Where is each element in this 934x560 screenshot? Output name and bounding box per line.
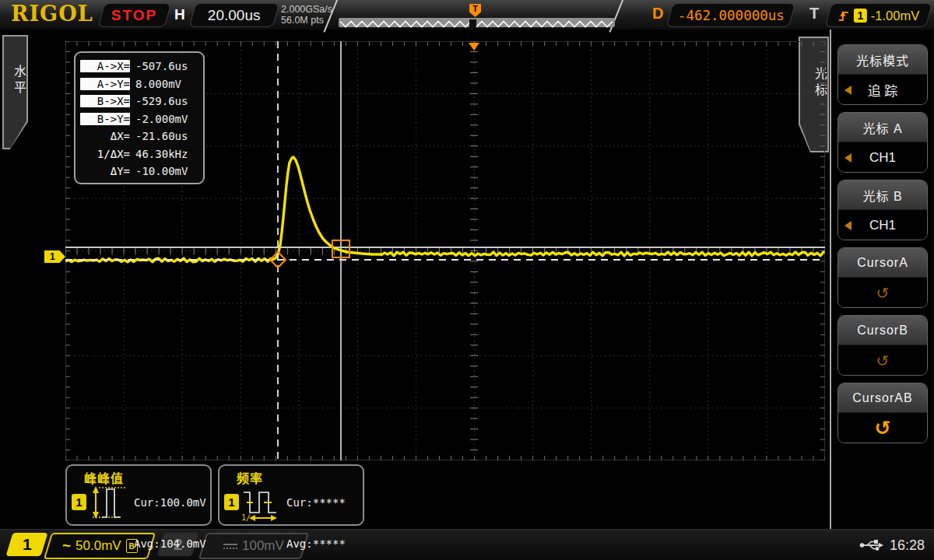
trigger-label: T	[809, 5, 819, 23]
channel1-badge: 1	[224, 494, 239, 510]
timebase-value: 20.00us	[208, 7, 261, 24]
frequency-measure-icon: 1/	[241, 483, 283, 522]
measure-row: Cur:100.0mV	[134, 496, 206, 510]
menu-item-cursor-a-knob[interactable]: CursorA ↺	[837, 247, 928, 308]
menu-item-cursor-a-source[interactable]: 光标 A CH1	[837, 112, 928, 173]
acquisition-info: 2.000GSa/s 56.0M pts	[281, 4, 332, 26]
measurement-values: Cur:***** Avg:***** Min:***** Max:*****	[286, 469, 346, 560]
menu-item-cursor-ab-knob[interactable]: CursorAB ↺	[837, 383, 928, 443]
ac-coupling-icon: ~	[62, 537, 71, 555]
rigol-logo: RIGOL	[11, 2, 93, 26]
tab-horizontal-label: 水平	[2, 65, 28, 97]
trigger-delay-value: -462.000000us	[678, 8, 785, 23]
rotate-knob-icon[interactable]: ↺	[875, 417, 891, 439]
memory-depth: 56.0M pts	[281, 15, 332, 26]
vpp-measure-icon	[88, 483, 130, 522]
trigger-position-pennant[interactable]: T	[469, 4, 481, 17]
trigger-level-value: -1.00mV	[871, 8, 919, 23]
timebase-box[interactable]: 20.00us	[189, 3, 279, 27]
usb-icon	[859, 539, 884, 551]
left-arrow-icon	[844, 86, 851, 95]
channel1-badge: 1	[72, 494, 86, 510]
trigger-delay-box[interactable]: -462.000000us	[666, 3, 795, 27]
left-arrow-icon	[844, 153, 851, 163]
channel1-scale: 50.0mV	[75, 538, 121, 554]
run-status-indicator[interactable]: STOP	[98, 3, 171, 27]
channel1-ground-marker[interactable]: 1	[44, 250, 65, 263]
readout-row: ΔY=-10.00mV	[80, 163, 198, 180]
cursor-readout-box: A->X=-507.6us A->Y=8.000mV B->X=-529.6us…	[74, 51, 205, 184]
tab-horizontal[interactable]: 水平	[2, 35, 28, 149]
channel1-badge[interactable]: 1	[5, 533, 47, 556]
readout-row: B->Y=-2.000mV	[80, 110, 198, 128]
svg-text:1/: 1/	[241, 513, 251, 522]
trigger-source-badge: 1	[854, 9, 867, 23]
left-arrow-icon	[844, 221, 851, 230]
measure-row: Avg:*****	[286, 537, 346, 551]
measurement-box-vpp: 峰峰值 1 Cur:100.0mV Avg:104.0mV Min:100.0m…	[65, 464, 212, 526]
sidebar-separator	[830, 30, 831, 529]
measurement-box-frequency: 频率 1 1/ Cur:***** Avg:***** Min:***** Ma…	[218, 464, 364, 526]
measure-row: Cur:*****	[286, 496, 346, 510]
time-display: 16:28	[890, 537, 925, 554]
horizontal-label: H	[174, 6, 185, 23]
channel2-scale: 100mV	[242, 538, 284, 554]
menu-item-cursor-b-knob[interactable]: CursorB ↺	[837, 315, 928, 376]
readout-row: ΔX=-21.60us	[80, 128, 198, 145]
delay-label: D	[652, 5, 663, 23]
menu-item-cursor-mode[interactable]: 光标模式 追 踪	[837, 44, 928, 105]
readout-row: 1/ΔX=46.30kHz	[80, 145, 198, 163]
measurement-values: Cur:100.0mV Avg:104.0mV Min:100.0mV Max:…	[134, 469, 206, 560]
clock-area: 16:28	[859, 530, 925, 560]
rotate-knob-icon[interactable]: ↺	[876, 352, 890, 370]
readout-row: A->X=-507.6us	[80, 58, 198, 75]
readout-row: A->Y=8.000mV	[80, 75, 198, 93]
sample-rate: 2.000GSa/s	[281, 4, 332, 15]
measure-row: Avg:104.0mV	[134, 537, 206, 551]
menu-item-cursor-b-source[interactable]: 光标 B CH1	[837, 180, 928, 240]
memory-waveform-icon	[339, 19, 615, 29]
top-status-bar: RIGOL STOP H 20.00us 2.000GSa/s 56.0M pt…	[0, 0, 934, 30]
memory-position-bar[interactable]	[339, 18, 615, 27]
rotate-knob-icon[interactable]: ↺	[876, 284, 890, 303]
rising-edge-icon	[838, 8, 850, 23]
readout-row: B->X=-529.6us	[80, 93, 198, 110]
trigger-settings-box[interactable]: 1 -1.00mV	[825, 3, 932, 27]
run-status-label: STOP	[111, 7, 157, 24]
dc-coupling-icon	[223, 544, 237, 549]
